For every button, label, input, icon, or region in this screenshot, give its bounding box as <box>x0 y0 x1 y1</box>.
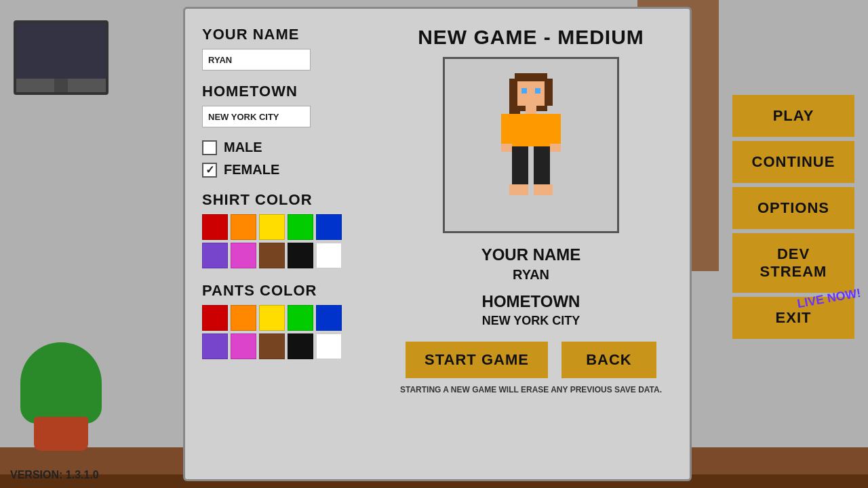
color-swatch-0[interactable] <box>202 214 228 240</box>
shirt-color-label: SHIRT COLOR <box>202 191 385 209</box>
color-swatch-9[interactable] <box>316 333 342 359</box>
svg-rect-10 <box>501 144 512 152</box>
female-label: FEMALE <box>224 162 279 178</box>
color-swatch-8[interactable] <box>288 333 313 359</box>
female-checkbox[interactable]: ✓ <box>202 163 217 178</box>
svg-rect-8 <box>501 114 512 144</box>
action-buttons: START GAME BACK <box>395 342 667 378</box>
monitor-screen <box>16 23 106 79</box>
svg-rect-4 <box>521 88 527 94</box>
name-input[interactable] <box>202 49 311 70</box>
shirt-color-section: SHIRT COLOR <box>202 191 385 268</box>
character-preview-box <box>443 57 619 233</box>
male-label: MALE <box>224 140 262 155</box>
shirt-color-grid <box>202 214 385 268</box>
preview-hometown-label: HOMETOWN <box>395 292 667 311</box>
continue-button[interactable]: CONTINUE <box>732 141 854 183</box>
svg-rect-15 <box>534 184 553 195</box>
preview-name-value: RYAN <box>395 267 667 283</box>
svg-rect-11 <box>550 144 561 152</box>
color-swatch-5[interactable] <box>202 243 228 268</box>
svg-rect-7 <box>512 114 550 146</box>
svg-rect-12 <box>512 146 528 184</box>
male-checkbox[interactable] <box>202 140 217 155</box>
color-swatch-4[interactable] <box>316 214 342 240</box>
color-swatch-6[interactable] <box>231 333 256 359</box>
hometown-label: HOMETOWN <box>202 83 385 100</box>
male-row: MALE <box>202 140 385 155</box>
play-button[interactable]: PLAY <box>732 95 854 137</box>
color-swatch-4[interactable] <box>316 305 342 331</box>
color-swatch-1[interactable] <box>231 214 256 240</box>
color-swatch-5[interactable] <box>202 333 228 359</box>
character-sprite <box>490 70 572 220</box>
color-swatch-2[interactable] <box>259 214 285 240</box>
color-swatch-0[interactable] <box>202 305 228 331</box>
left-panel: YOUR NAME HOMETOWN MALE ✓ FEMALE SHIRT C… <box>202 26 385 359</box>
options-button[interactable]: OPTIONS <box>732 187 854 229</box>
color-swatch-7[interactable] <box>259 243 285 268</box>
pants-color-label: PANTS COLOR <box>202 282 385 300</box>
color-swatch-7[interactable] <box>259 333 285 359</box>
hometown-input[interactable] <box>202 106 311 127</box>
preview-hometown-value: NEW YORK CITY <box>395 314 667 328</box>
pants-color-grid <box>202 305 385 359</box>
color-swatch-9[interactable] <box>316 243 342 268</box>
pants-color-section: PANTS COLOR <box>202 282 385 359</box>
version-text: VERSION: 1.3.1.0 <box>10 469 99 481</box>
dev-stream-button[interactable]: DEV STREAM <box>732 233 854 293</box>
color-swatch-3[interactable] <box>288 214 313 240</box>
start-game-button[interactable]: START GAME <box>406 342 548 378</box>
svg-rect-14 <box>509 184 528 195</box>
color-swatch-3[interactable] <box>288 305 313 331</box>
preview-name-label: YOUR NAME <box>395 245 667 264</box>
bg-plant <box>20 336 102 451</box>
plant-pot <box>34 417 88 451</box>
svg-rect-6 <box>526 106 536 114</box>
svg-rect-13 <box>534 146 550 184</box>
warning-text: STARTING A NEW GAME WILL ERASE ANY PREVI… <box>395 385 667 394</box>
svg-rect-9 <box>550 114 561 144</box>
back-button[interactable]: BACK <box>561 342 656 378</box>
your-name-label: YOUR NAME <box>202 26 385 43</box>
svg-rect-5 <box>535 88 540 94</box>
bg-monitor <box>14 20 108 95</box>
monitor-stand <box>54 79 68 92</box>
game-title: NEW GAME - MEDIUM <box>395 26 667 49</box>
color-swatch-6[interactable] <box>231 243 256 268</box>
new-game-dialog: YOUR NAME HOMETOWN MALE ✓ FEMALE SHIRT C… <box>183 7 692 481</box>
center-panel: NEW GAME - MEDIUM <box>395 26 667 394</box>
color-swatch-2[interactable] <box>259 305 285 331</box>
female-row: ✓ FEMALE <box>202 162 385 178</box>
color-swatch-8[interactable] <box>288 243 313 268</box>
color-swatch-1[interactable] <box>231 305 256 331</box>
plant-leaves <box>20 342 102 424</box>
